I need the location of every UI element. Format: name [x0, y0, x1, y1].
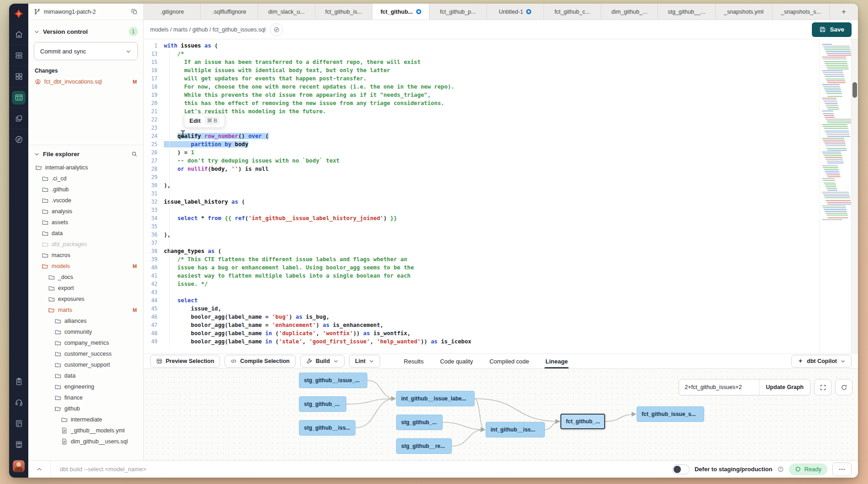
headset-icon[interactable] [9, 392, 28, 413]
tab-_snapshots.yml[interactable]: _snapshots.yml [716, 4, 773, 20]
tree-item-_docs[interactable]: _docs [28, 272, 143, 283]
tree-item-customer_support[interactable]: customer_support [28, 359, 143, 370]
tree-item-github[interactable]: github [28, 403, 143, 414]
tree-item-intermediate[interactable]: intermediate [28, 414, 143, 425]
code-line-32[interactable]: 32issue_label_history as ( [144, 198, 819, 206]
editor-scrollbar[interactable] [851, 39, 858, 353]
commit-and-sync-button[interactable]: Commit and sync [34, 42, 138, 60]
refresh-button[interactable] [835, 379, 852, 395]
command-input[interactable] [51, 466, 672, 473]
lineage-node-3[interactable]: int_github__issue_labe... [396, 391, 475, 406]
code-line-45[interactable]: 45 issue_id, [144, 305, 819, 313]
defer-toggle[interactable] [672, 464, 690, 474]
lineage-node-2[interactable]: stg_github__iss... [299, 420, 356, 436]
scrollbar-thumb[interactable] [852, 82, 857, 98]
code-editor[interactable]: Edit ⌘ B 1with issues as (13 /*15 If an … [144, 39, 858, 353]
tree-item-.vscode[interactable]: .vscode [28, 195, 143, 206]
tab-fct_github...[interactable]: fct_github... [372, 4, 429, 20]
code-line-35[interactable]: 35 [144, 222, 819, 231]
code-line-29[interactable]: 29 [144, 173, 819, 181]
code-line-13[interactable]: 13 /* [144, 50, 819, 58]
code-editor-icon[interactable] [9, 87, 28, 108]
tree-item-export[interactable]: export [28, 283, 143, 294]
tab-fct_github_c...[interactable]: fct_github_c... [544, 4, 601, 20]
changed-file-item[interactable]: fct_dbt_invocations.sql M [28, 77, 143, 86]
tree-item-dbt_packages[interactable]: dbt_packages [28, 239, 143, 250]
tree-item-assets[interactable]: assets [28, 217, 143, 228]
code-line-37[interactable]: 37 [144, 239, 819, 247]
tree-item-.github[interactable]: .github [28, 184, 143, 195]
code-line-31[interactable]: 31 [144, 189, 819, 198]
file-explorer-header[interactable]: File explorer [28, 145, 143, 162]
save-button[interactable]: Save [812, 22, 852, 37]
tree-item-dim_github__users.sql[interactable]: dim_github__users.sql [28, 436, 143, 447]
lineage-node-7[interactable]: fct_github_... [560, 414, 605, 429]
tree-item-alliances[interactable]: alliances [28, 316, 143, 326]
edit-popup[interactable]: Edit ⌘ B [184, 113, 225, 128]
lineage-node-0[interactable]: stg_github__issue_... [299, 373, 367, 388]
lineage-node-4[interactable]: stg_github_... [396, 415, 443, 430]
tab-stg_github__...[interactable]: stg_github__... [658, 4, 715, 20]
version-control-header[interactable]: Version control 1 [28, 20, 143, 40]
more-options-button[interactable] [832, 463, 852, 476]
overlap-windows-icon[interactable] [9, 108, 28, 129]
tab-dim_slack_u...[interactable]: dim_slack_u... [258, 4, 315, 20]
notebook-icon[interactable] [9, 413, 28, 434]
tree-item-customer_success[interactable]: customer_success [28, 348, 143, 359]
code-line-21[interactable]: 21 Let's revisit this modeling in the fu… [144, 107, 819, 116]
copy-icon[interactable] [131, 8, 138, 15]
tree-item-data[interactable]: data [28, 370, 143, 381]
dbt-copilot-button[interactable]: dbt Copilot [791, 355, 852, 368]
new-tab-button[interactable]: + [830, 4, 858, 20]
clipboard-icon[interactable] [9, 371, 28, 392]
compile-selection-button[interactable]: Compile Selection [225, 355, 295, 368]
result-tab-results[interactable]: Results [404, 354, 424, 368]
code-line-49[interactable]: 49 boolor_agg(label_name in ('stale', 'g… [144, 337, 819, 346]
expand-command-bar-button[interactable] [28, 466, 50, 473]
user-avatar[interactable] [13, 460, 25, 472]
tab-fct_github_is...[interactable]: fct_github_is... [315, 4, 372, 20]
lineage-node-6[interactable]: int_github__iss... [486, 422, 545, 437]
status-badge[interactable]: Ready [789, 463, 827, 475]
code-line-25[interactable]: 25 partition by body [144, 140, 819, 148]
kiosk-icon[interactable] [9, 434, 28, 455]
build-button[interactable]: Build [300, 355, 345, 368]
tree-item-.ci_cd[interactable]: .ci_cd [28, 173, 143, 184]
tree-item-engineering[interactable]: engineering [28, 381, 143, 392]
archive-boxes-icon[interactable] [9, 45, 28, 66]
code-line-42[interactable]: 42 issue. */ [144, 280, 819, 288]
code-line-23[interactable]: 23 [144, 124, 819, 132]
dbt-logo[interactable] [9, 4, 28, 24]
code-line-36[interactable]: 36), [144, 231, 819, 239]
tree-item-finance[interactable]: finance [28, 392, 143, 403]
code-line-24[interactable]: 24 qualify row_number() over ( [144, 132, 819, 140]
result-tab-compiled-code[interactable]: Compiled code [489, 354, 529, 368]
tab-fct_github_p...[interactable]: fct_github_p... [429, 4, 486, 20]
lineage-compass-button[interactable] [270, 23, 283, 36]
tab-.gitignore[interactable]: .gitignore [144, 4, 201, 20]
code-line-27[interactable]: 27 -- don't try deduping issues with no … [144, 157, 819, 165]
code-line-33[interactable]: 33 [144, 206, 819, 214]
code-line-41[interactable]: 41 easiest way to flatten multiple label… [144, 272, 819, 280]
code-line-34[interactable]: 34 select * from {{ ref('int_github__iss… [144, 214, 819, 222]
code-line-47[interactable]: 47 boolor_agg(label_name = 'enhancement'… [144, 321, 819, 329]
tree-item-community[interactable]: community [28, 326, 143, 337]
minimap[interactable] [819, 39, 851, 353]
grid-icon[interactable] [9, 66, 28, 87]
code-line-43[interactable]: 43 [144, 288, 819, 296]
tree-item-company_metrics[interactable]: company_metrics [28, 337, 143, 348]
update-graph-button[interactable]: Update Graph [759, 379, 810, 395]
code-line-22[interactable]: 22 [144, 116, 819, 124]
code-line-20[interactable]: 20 this has the effect of removing the n… [144, 99, 819, 107]
tree-item-analysis[interactable]: analysis [28, 206, 143, 217]
lint-button[interactable]: Lint [349, 355, 380, 368]
code-line-16[interactable]: 16 multiple issues with identical body t… [144, 66, 819, 74]
tab-_snapshots_s...[interactable]: _snapshots_s... [773, 4, 830, 20]
code-line-17[interactable]: 17 will get updates for events that happ… [144, 74, 819, 83]
tree-item-models[interactable]: modelsM [28, 261, 143, 272]
code-line-28[interactable]: 28 or nullif(body, '') is null [144, 165, 819, 173]
result-tab-code-quality[interactable]: Code quality [440, 354, 473, 368]
help-icon[interactable] [777, 466, 784, 473]
search-icon[interactable] [131, 151, 138, 158]
preview-selection-button[interactable]: Preview Selection [150, 355, 220, 368]
